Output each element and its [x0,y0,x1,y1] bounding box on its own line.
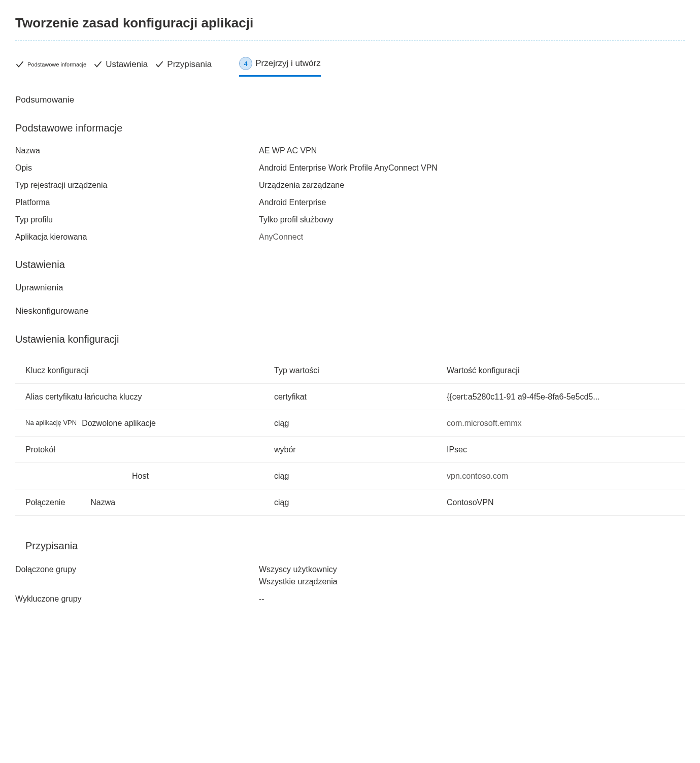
config-table-header: Klucz konfiguracji Typ wartości Wartość … [15,357,685,384]
config-key: Protokół [25,445,274,454]
step-label: Przejrzyj i utwórz [255,58,320,69]
step-assignments[interactable]: Przypisania [155,59,212,75]
col-type-header: Typ wartości [274,366,447,375]
included-groups-row: Dołączone grupy Wszyscy użytkownicy Wszy… [15,565,685,586]
table-row: Host ciąg vpn.contoso.com [15,463,685,489]
name-label: Nazwa [15,146,259,155]
desc-label: Opis [15,163,259,173]
config-value: vpn.contoso.com [447,472,685,481]
config-value: ContosoVPN [447,498,685,507]
basics-profile-row: Typ profilu Tylko profil służbowy [15,215,685,224]
included-label: Dołączone grupy [15,565,259,586]
config-type: ciąg [274,472,447,481]
summary-heading: Podsumowanie [15,95,685,105]
basics-app-row: Aplikacja kierowana AnyConnect [15,233,685,242]
basics-heading: Podstawowe informacje [15,122,685,134]
platform-label: Platforma [15,198,259,207]
excluded-groups-row: Wykluczone grupy -- [15,594,685,604]
assignments-heading: Przypisania [15,540,685,552]
platform-value: Android Enterprise [259,198,326,207]
check-icon [93,60,103,69]
settings-heading: Ustawienia [15,259,685,271]
config-value: {{cert:a5280c11-91 a9-4f5e-8fa6-5e5cd5..… [447,392,685,402]
step-number-badge: 4 [239,57,252,70]
config-value: com.microsoft.emmx [447,419,685,428]
app-label: Aplikacja kierowana [15,233,259,242]
page-title: Tworzenie zasad konfiguracji aplikacji [15,15,685,41]
table-row: Na aplikację VPN Dozwolone aplikacje cią… [15,410,685,437]
step-settings[interactable]: Ustawienia [93,59,148,75]
basics-platform-row: Platforma Android Enterprise [15,198,685,207]
config-type: certyfikat [274,392,447,402]
step-review-create[interactable]: 4 Przejrzyj i utwórz [239,57,320,77]
table-row: Alias certyfikatu łańcucha kluczy certyf… [15,384,685,410]
excluded-label: Wykluczone grupy [15,594,259,604]
app-value: AnyConnect [259,233,303,242]
enroll-label: Typ rejestracji urządzenia [15,181,259,190]
name-value: AE WP AC VPN [259,146,317,155]
step-basics[interactable]: Podstawowe informacje [15,60,86,74]
permissions-heading: Uprawnienia [15,283,685,293]
enroll-value: Urządzenia zarządzane [259,181,344,190]
permissions-value: Nieskonfigurowane [15,306,685,316]
config-type: ciąg [274,498,447,507]
basics-desc-row: Opis Android Enterprise Work Profile Any… [15,163,685,173]
config-type: ciąg [274,419,447,428]
profile-value: Tylko profil służbowy [259,215,334,224]
config-type: wybór [274,445,447,454]
config-key: Alias certyfikatu łańcucha kluczy [25,392,274,402]
config-value: IPsec [447,445,685,454]
basics-enroll-row: Typ rejestracji urządzenia Urządzenia za… [15,181,685,190]
profile-label: Typ profilu [15,215,259,224]
config-key: Połączenie Nazwa [25,498,274,507]
col-value-header: Wartość konfiguracji [447,366,685,375]
step-label: Ustawienia [106,59,148,70]
table-row: Połączenie Nazwa ciąg ContosoVPN [15,489,685,516]
included-value: Wszyscy użytkownicy Wszystkie urządzenia [259,565,338,586]
config-key: Na aplikację VPN Dozwolone aplikacje [25,419,274,428]
step-label: Podstawowe informacje [27,61,86,68]
config-key: Host [25,472,274,481]
check-icon [155,60,164,69]
config-heading: Ustawienia konfiguracji [15,334,685,345]
desc-value: Android Enterprise Work Profile AnyConne… [259,163,438,173]
col-key-header: Klucz konfiguracji [25,366,274,375]
table-row: Protokół wybór IPsec [15,437,685,463]
basics-name-row: Nazwa AE WP AC VPN [15,146,685,155]
wizard-stepper: Podstawowe informacje Ustawienia Przypis… [15,57,685,77]
check-icon [15,60,24,69]
excluded-value: -- [259,594,264,604]
step-label: Przypisania [167,59,212,70]
